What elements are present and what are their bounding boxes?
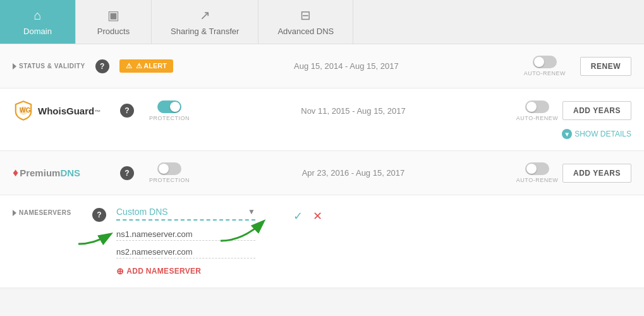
premium-gem-icon: ♦ xyxy=(13,166,18,179)
home-icon: ⌂ xyxy=(33,8,41,23)
nameservers-section: NAMESERVERS ? Custom DNS ▼ xyxy=(0,195,644,288)
status-help-icon[interactable]: ? xyxy=(95,59,109,73)
green-arrow-ns1 xyxy=(75,228,113,247)
whoisguard-protection-toggle[interactable] xyxy=(157,100,181,113)
nameservers-help-icon[interactable]: ? xyxy=(92,208,106,222)
tab-domain[interactable]: ⌂ Domain xyxy=(0,0,76,44)
whoisguard-text: WhoisGuard™ xyxy=(38,106,100,116)
premium-dns-logo: ♦ PremiumDNS xyxy=(13,166,114,179)
nameservers-arrow xyxy=(13,210,16,216)
status-arrow xyxy=(13,63,16,70)
premium-protection-group: PROTECTION xyxy=(144,162,195,183)
whoisguard-protection-group: PROTECTION xyxy=(144,100,195,121)
whoisguard-logo: WG WhoisGuard™ xyxy=(13,100,114,121)
status-section: STATUS & VALIDITY ? ⚠ ⚠ ALERT Aug 15, 20… xyxy=(0,44,644,88)
premium-add-years-button[interactable]: ADD YEARS xyxy=(562,164,631,183)
whoisguard-date-range: Nov 11, 2015 - Aug 15, 2017 xyxy=(195,106,512,116)
sharing-icon: ↗ xyxy=(200,8,210,23)
show-details-button[interactable]: ▼ SHOW DETAILS xyxy=(562,129,631,139)
tab-advanced-dns[interactable]: ⊟ Advanced DNS xyxy=(258,0,353,44)
dns-icon: ⊟ xyxy=(300,8,311,23)
green-arrow-check xyxy=(217,212,268,244)
premium-protection-toggle[interactable] xyxy=(157,162,181,175)
tab-products[interactable]: ▣ Products xyxy=(76,0,152,44)
whoisguard-auto-renew-toggle[interactable] xyxy=(525,100,549,113)
premium-auto-renew-knob xyxy=(526,164,537,174)
nameserver-cancel-button[interactable]: ✕ xyxy=(313,209,322,223)
premium-auto-renew-toggle[interactable] xyxy=(525,162,549,175)
ns2-input[interactable] xyxy=(116,246,255,258)
status-date-range: Aug 15, 2014 - Aug 15, 2017 xyxy=(183,61,509,71)
nameservers-label: NAMESERVERS xyxy=(13,207,82,216)
status-auto-renew-toggle[interactable] xyxy=(533,56,557,68)
alert-icon: ⚠ xyxy=(126,62,132,70)
premium-auto-renew-label: AUTO-RENEW xyxy=(516,177,558,183)
premium-dns-help-icon[interactable]: ? xyxy=(120,166,134,180)
add-ns-plus-icon: ⊕ xyxy=(116,266,124,276)
tab-advanced-dns-label: Advanced DNS xyxy=(277,27,334,36)
status-label: STATUS & VALIDITY xyxy=(13,63,85,70)
products-icon: ▣ xyxy=(107,8,119,23)
premium-dns-text: PremiumDNS xyxy=(20,167,80,178)
whoisguard-section: WG WhoisGuard™ ? PROTECTION Nov 11, 2015… xyxy=(0,88,644,151)
tab-domain-label: Domain xyxy=(23,27,52,36)
premium-auto-renew-group: AUTO-RENEW xyxy=(512,162,562,183)
whoisguard-auto-renew-label: AUTO-RENEW xyxy=(516,115,558,121)
whoisguard-auto-renew-group: AUTO-RENEW xyxy=(512,100,562,121)
premium-toggle-knob xyxy=(159,164,169,174)
alert-badge: ⚠ ⚠ ALERT xyxy=(119,59,173,73)
show-details-icon: ▼ xyxy=(562,129,572,139)
whoisguard-add-years-button[interactable]: ADD YEARS xyxy=(562,101,631,120)
nameserver-confirm-button[interactable]: ✓ xyxy=(293,209,303,223)
toggle-knob xyxy=(534,57,544,67)
whoisguard-help-icon[interactable]: ? xyxy=(120,104,134,118)
whoisguard-toggle-knob xyxy=(170,102,180,112)
add-nameserver-button[interactable]: ⊕ ADD NAMESERVER xyxy=(116,266,255,276)
tab-products-label: Products xyxy=(97,27,130,36)
premium-dns-section: ♦ PremiumDNS ? PROTECTION Apr 23, 2016 -… xyxy=(0,151,644,195)
status-auto-renew-label: AUTO-RENEW xyxy=(524,70,566,76)
svg-text:WG: WG xyxy=(20,107,31,114)
tab-nav: ⌂ Domain ▣ Products ↗ Sharing & Transfer… xyxy=(0,0,644,44)
wg-auto-renew-knob xyxy=(526,102,537,112)
whoisguard-shield-icon: WG xyxy=(13,100,34,121)
status-auto-renew-toggle-group: AUTO-RENEW xyxy=(519,56,570,76)
premium-protection-label: PROTECTION xyxy=(149,177,190,183)
premium-date-range: Apr 23, 2016 - Aug 15, 2017 xyxy=(195,168,512,178)
tab-sharing-label: Sharing & Transfer xyxy=(171,27,239,36)
tab-sharing[interactable]: ↗ Sharing & Transfer xyxy=(152,0,258,44)
whoisguard-protection-label: PROTECTION xyxy=(149,115,190,121)
renew-button[interactable]: RENEW xyxy=(580,57,631,76)
